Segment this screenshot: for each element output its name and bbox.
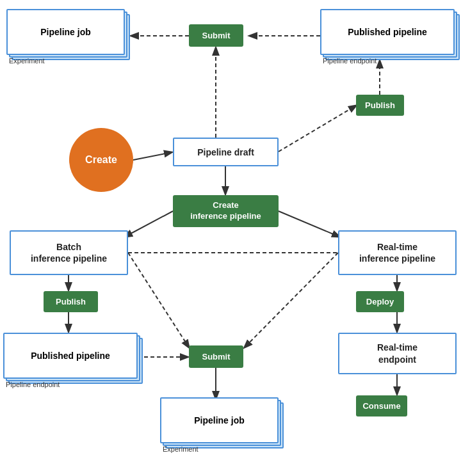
published-pipeline-bottom-sublabel: Pipeline endpoint — [6, 381, 60, 388]
pipeline-job-bottom-sublabel: Experiment — [163, 445, 199, 453]
pipeline-draft-box: Pipeline draft — [173, 138, 279, 166]
published-pipeline-top-box: Published pipeline — [320, 9, 455, 55]
published-pipeline-top-sublabel: Pipeline endpoint — [323, 57, 377, 65]
batch-inference-box: Batch inference pipeline — [10, 230, 128, 275]
realtime-endpoint-box: Real-time endpoint — [338, 333, 457, 374]
create-circle[interactable]: Create — [69, 128, 133, 192]
publish-top-button[interactable]: Publish — [356, 95, 404, 116]
submit-bottom-button[interactable]: Submit — [189, 345, 243, 368]
pipeline-job-top-box: Pipeline job — [6, 9, 125, 55]
diagram: Pipeline job Experiment Published pipeli… — [0, 0, 470, 476]
published-pipeline-top-label: Published pipeline — [348, 27, 427, 38]
pipeline-job-bottom-label: Pipeline job — [194, 415, 245, 426]
consume-button[interactable]: Consume — [356, 395, 407, 416]
svg-line-8 — [279, 211, 339, 237]
svg-line-13 — [245, 253, 338, 347]
pipeline-job-top-label: Pipeline job — [40, 27, 91, 38]
pipeline-job-bottom-box: Pipeline job — [160, 397, 279, 443]
create-inference-button[interactable]: Create inference pipeline — [173, 195, 279, 227]
deploy-button[interactable]: Deploy — [356, 291, 404, 312]
pipeline-job-top-sublabel: Experiment — [9, 57, 45, 65]
published-pipeline-bottom-box: Published pipeline — [3, 333, 138, 379]
submit-top-button[interactable]: Submit — [189, 24, 243, 47]
published-pipeline-bottom-label: Published pipeline — [31, 351, 110, 361]
svg-line-7 — [125, 211, 173, 237]
realtime-inference-box: Real-time inference pipeline — [338, 230, 457, 275]
svg-line-4 — [279, 106, 356, 152]
svg-line-5 — [133, 152, 172, 160]
publish-batch-button[interactable]: Publish — [44, 291, 98, 312]
